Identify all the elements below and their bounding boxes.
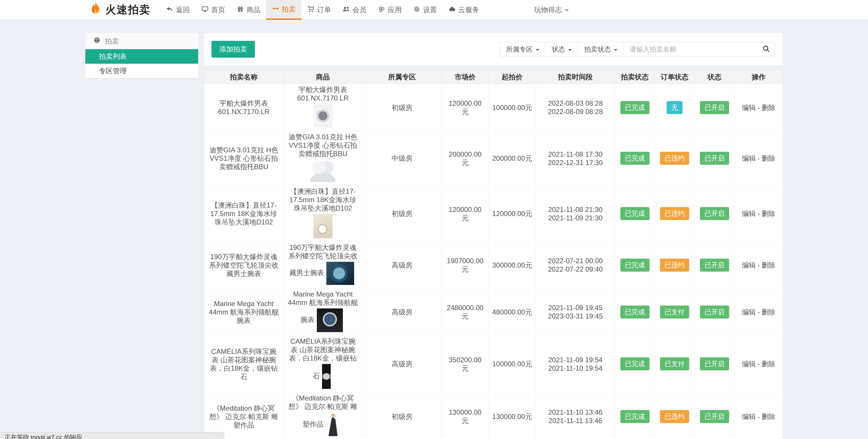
zone-cell: 中级房 [363, 131, 442, 186]
delete-link[interactable]: 删除 [762, 210, 775, 217]
sidebar-title: 拍卖 [105, 36, 119, 46]
zone-cell: 高级房 [363, 335, 442, 392]
sidebar-item-auction-list[interactable]: 拍卖列表 [85, 49, 198, 64]
status-cell: 已开启 [695, 131, 735, 186]
order-status-cell: 无 [655, 84, 695, 131]
nav-item-settings[interactable]: 设置 [407, 0, 443, 20]
auction-status-badge: 已完成 [620, 357, 650, 370]
auction-status-cell: 已完成 [615, 392, 655, 439]
auction-status-cell: 已完成 [615, 131, 655, 186]
order-status-cell: 已违约 [655, 186, 695, 242]
status-badge: 已开启 [700, 259, 729, 272]
edit-link[interactable]: 编辑 [742, 154, 756, 162]
actions-cell: 编辑-删除 [735, 392, 783, 439]
auction-status-cell: 已完成 [615, 84, 655, 131]
auction-status-cell: 已完成 [615, 335, 655, 392]
filter-status-dropdown[interactable]: 状态 [546, 42, 578, 56]
table-row: 【澳洲白珠】直径17-17.5mm 18K金海水珍珠吊坠大溪地D102 【澳洲白… [204, 186, 783, 242]
edit-link[interactable]: 编辑 [742, 261, 756, 269]
search-input[interactable] [624, 42, 757, 56]
auction-table: 拍卖名称 商品 所属专区 市场价 起拍价 拍卖时间段 拍卖状态 订单状态 状态 … [204, 70, 783, 439]
order-status-cell: 已支付 [655, 288, 695, 335]
col-header-order-status: 订单状态 [655, 70, 695, 84]
auction-status-badge: 已完成 [620, 152, 650, 165]
nav-item-members[interactable]: 会员 [337, 0, 372, 20]
table-row: 190万宇舶大爆炸灵魂系列镂空陀飞轮顶尖收藏男士腕表 190万宇舶大爆炸灵魂系列… [204, 242, 783, 288]
col-header-status: 状态 [695, 70, 735, 84]
product-image-pearl [313, 214, 333, 238]
add-auction-button[interactable]: 添加拍卖 [212, 41, 255, 58]
apps-icon [378, 5, 385, 14]
status-badge: 已开启 [700, 207, 729, 220]
status-cell: 已开启 [695, 335, 735, 392]
product-cell: 【澳洲白珠】直径17-17.5mm 18K金海水珍珠吊坠大溪地D102 [283, 186, 363, 242]
product-cell: 《Meditation 静心冥想》 迈克尔·帕克斯 雕塑作品 [283, 392, 363, 439]
product-image-sculpture [326, 412, 341, 437]
delete-link[interactable]: 删除 [762, 154, 775, 162]
brand-title: 火速拍卖 [105, 3, 151, 17]
cloud-icon [448, 5, 456, 14]
auction-name-cell: 【澳洲白珠】直径17-17.5mm 18K金海水珍珠吊坠大溪地D102 [204, 186, 283, 242]
nav-item-cloud[interactable]: 云服务 [443, 0, 485, 20]
auction-name-cell: 宇舶大爆炸男表 601.NX.7170.LR [204, 84, 283, 131]
status-cell: 已开启 [695, 288, 735, 335]
edit-link[interactable]: 编辑 [742, 210, 756, 217]
status-cell: 已开启 [695, 84, 735, 131]
order-status-cell: 已违约 [655, 392, 695, 439]
col-header-name: 拍卖名称 [204, 70, 283, 84]
order-status-cell: 已违约 [655, 131, 695, 186]
chevron-down-icon [568, 49, 572, 51]
nav-item-auction[interactable]: 拍卖 [266, 0, 302, 20]
order-status-badge: 无 [666, 101, 683, 114]
actions-cell: 编辑-删除 [735, 335, 783, 392]
time-range-cell: 2022-08-03 08:28 2022-08-09 08:28 [536, 84, 615, 131]
nav-item-home[interactable]: 首页 [195, 0, 231, 20]
top-navbar: 火速拍卖 返回 首页 商品 拍卖 订单 [0, 0, 868, 20]
auction-table-panel: 拍卖名称 商品 所属专区 市场价 起拍价 拍卖时间段 拍卖状态 订单状态 状态 … [204, 70, 783, 439]
market-price-cell: 200000.00元 [442, 131, 489, 186]
status-badge: 已开启 [700, 305, 729, 319]
actions-cell: 编辑-删除 [735, 288, 783, 335]
zone-cell: 高级房 [363, 242, 442, 288]
delete-link[interactable]: 删除 [762, 104, 775, 112]
actions-cell: 编辑-删除 [735, 242, 783, 288]
start-price-cell: 100000.00元 [489, 335, 536, 392]
sidebar-item-zone-management[interactable]: 专区管理 [85, 64, 198, 78]
col-header-market-price: 市场价 [442, 70, 489, 84]
filter-zone-dropdown[interactable]: 所属专区 [500, 42, 546, 56]
edit-link[interactable]: 编辑 [742, 104, 756, 112]
nav-item-back[interactable]: 返回 [160, 0, 195, 20]
auction-table-body: 宇舶大爆炸男表 601.NX.7170.LR 宇舶大爆炸男表 601.NX.71… [204, 84, 783, 439]
market-price-cell: 350200.00元 [442, 335, 489, 392]
edit-link[interactable]: 编辑 [742, 360, 756, 368]
time-range-cell: 2021-11-10 13:46 2021-11-11 13:46 [536, 392, 615, 439]
brand[interactable]: 火速拍卖 [89, 0, 151, 20]
order-status-cell: 已违约 [655, 242, 695, 288]
product-image-watch-blue [327, 262, 354, 285]
delete-link[interactable]: 删除 [762, 261, 775, 269]
market-price-cell: 120000.00元 [442, 84, 489, 131]
delete-link[interactable]: 删除 [762, 308, 775, 316]
order-status-badge: 已支付 [660, 305, 689, 319]
product-image-watch-thin [322, 364, 331, 389]
order-status-cell: 已支付 [655, 335, 695, 392]
col-header-time-range: 拍卖时间段 [536, 70, 615, 84]
product-cell: 迪赞GIA 3.01克拉 H色 VVS1净度 心形钻石拍卖赠戒指托BBU [283, 131, 363, 186]
nav-item-apps[interactable]: 应用 [372, 0, 407, 20]
zone-cell: 高级房 [363, 288, 442, 335]
filter-group: 所属专区 状态 拍卖状态 [500, 42, 775, 56]
edit-link[interactable]: 编辑 [742, 413, 756, 420]
delete-link[interactable]: 删除 [762, 360, 775, 368]
user-menu-label: 玩物得志 [534, 5, 562, 14]
nav-item-orders[interactable]: 订单 [302, 0, 337, 20]
chevron-down-icon [614, 49, 617, 51]
delete-link[interactable]: 删除 [762, 413, 775, 420]
search-button[interactable] [757, 42, 775, 56]
status-badge: 已开启 [700, 101, 729, 114]
order-status-badge: 已支付 [660, 357, 689, 370]
user-menu[interactable]: 玩物得志 [534, 0, 569, 20]
filter-auction-status-dropdown[interactable]: 拍卖状态 [578, 42, 624, 56]
nav-item-goods[interactable]: 商品 [231, 0, 266, 20]
status-badge: 已开启 [700, 410, 729, 423]
edit-link[interactable]: 编辑 [742, 308, 756, 316]
